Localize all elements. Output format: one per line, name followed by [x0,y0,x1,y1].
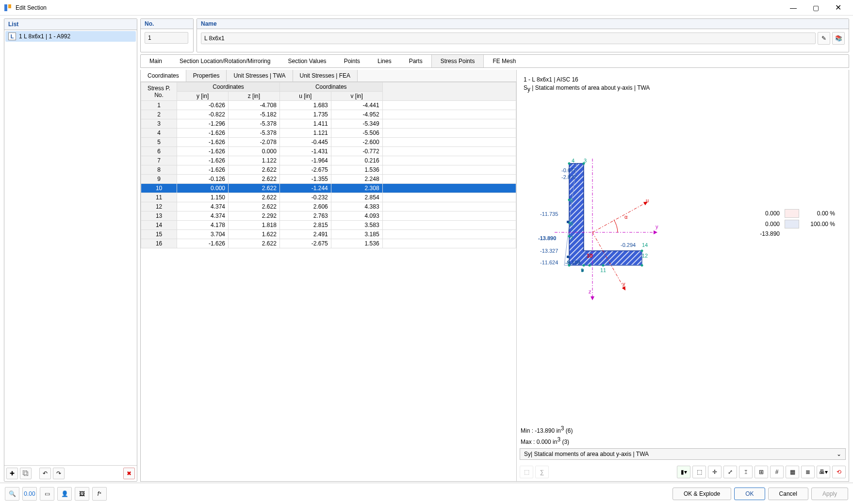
svg-point-18 [641,249,643,252]
axis-v-label: v [623,281,625,287]
units-button[interactable]: 0.00 [22,487,37,501]
function-button[interactable]: fˣ [92,487,107,501]
svg-rect-20 [567,256,569,258]
pt-label-4: 4 [572,158,574,163]
subtab-unit-twa[interactable]: Unit Stresses | TWA [227,70,293,81]
view-mode-2-button[interactable]: 👤 [57,487,72,501]
stress-points-button[interactable]: 𝙸 [739,466,753,478]
tab-main[interactable]: Main [141,55,171,67]
apply-button: Apply [811,488,848,500]
tab-location[interactable]: Section Location/Rotation/Mirroring [171,55,279,67]
subtab-coordinates[interactable]: Coordinates [141,70,186,81]
col-group-uv: Coordinates [279,82,382,92]
section-list[interactable]: L 1 L 8x6x1 | 1 - A992 [4,30,137,465]
table-row[interactable]: 5-1.626-2.078-0.445-2.600 [141,138,516,147]
col-stress-point-no: Stress P.No. [141,82,177,101]
tab-stress-points[interactable]: Stress Points [431,55,484,67]
table-row[interactable]: 7-1.6261.122-1.9640.216 [141,156,516,165]
tab-points[interactable]: Points [335,55,369,67]
table-row[interactable]: 134.3742.2922.7634.093 [141,211,516,221]
table-row[interactable]: 9-0.1262.622-1.3552.248 [141,175,516,184]
table-row[interactable]: 124.3742.6222.6064.383 [141,202,516,211]
numbering-button[interactable]: # [770,466,784,478]
picture-button[interactable]: 🖼 [75,487,89,501]
pv-button-2[interactable]: ∑ [535,466,549,478]
section-list-item[interactable]: L 1 L 8x6x1 | 1 - A992 [5,31,136,42]
ok-button[interactable]: OK [734,488,765,500]
ok-explode-button[interactable]: OK & Explode [673,488,731,500]
help-button[interactable]: 🔍 [5,487,19,501]
table-row[interactable]: 4-1.626-5.3781.121-5.506 [141,129,516,138]
table-row[interactable]: 111.1502.622-0.2322.854 [141,193,516,202]
axis-u-label: u [646,197,649,203]
preview-panel: 1 - L 8x6x1 | AISC 16 Sy | Statical mome… [517,70,849,481]
cancel-button[interactable]: Cancel [768,488,808,500]
tab-lines[interactable]: Lines [369,55,400,67]
coordinates-table[interactable]: Stress P.No. Coordinates Coordinates y [… [141,82,516,248]
svg-point-8 [568,162,571,164]
tab-values[interactable]: Section Values [279,55,335,67]
new-section-button[interactable]: ✚ [6,468,18,479]
stress-points-grid-panel: Coordinates Properties Unit Stresses | T… [141,70,517,481]
number-input[interactable] [145,32,188,44]
edit-name-button[interactable]: ✎ [818,32,830,45]
col-v: v [in] [331,92,382,101]
table-row[interactable]: 8-1.6262.622-2.6751.536 [141,165,516,175]
section-list-panel: List L 1 L 8x6x1 | 1 - A992 ✚ ⿻ ↶ ↷ ✖ [4,18,137,482]
chevron-down-icon: ⌄ [837,451,841,457]
tab-parts[interactable]: Parts [400,55,431,67]
pt-label-7: 7 [570,235,573,241]
table-row[interactable]: 144.1781.8182.8153.583 [141,221,516,230]
dimensions-button[interactable]: ⬚ [692,466,706,478]
col-group-yz: Coordinates [177,82,280,92]
angle-section-icon: L [8,33,16,40]
values-button[interactable]: ⊞ [755,466,768,478]
maximize-button[interactable]: ▢ [804,0,827,15]
subtab-unit-fea[interactable]: Unit Stresses | FEA [293,70,358,81]
copy-section-button[interactable]: ⿻ [20,468,32,479]
axis-y-label: y [656,224,658,229]
section-preview[interactable]: 4 3 -0.677 -2.872 5 -11.735 6 -13.890 7 … [521,96,845,477]
pt-label-9: 9 [581,267,584,273]
redo-button[interactable]: ↷ [53,468,65,479]
table-row[interactable]: 100.0002.622-1.2442.308 [141,184,516,193]
tab-fe-mesh[interactable]: FE Mesh [484,55,525,67]
axis-z-label: z [589,289,591,294]
sub-tabs: Coordinates Properties Unit Stresses | T… [141,70,516,82]
alpha-label: α [624,214,627,220]
number-box: No. [140,18,194,52]
val-0294: -0.294 [621,242,636,248]
library-button[interactable]: 📚 [832,32,845,45]
pv-button-1[interactable]: ⬚ [520,466,533,478]
table-row[interactable]: 16-1.6262.622-2.6751.536 [141,239,516,248]
reset-view-button[interactable]: ⟲ [832,466,846,478]
subtab-properties[interactable]: Properties [186,70,227,81]
grid-button[interactable]: ▦ [786,466,799,478]
name-input[interactable] [201,33,816,44]
color-scale-button[interactable]: ≣ [801,466,815,478]
delete-section-button[interactable]: ✖ [123,468,135,479]
title-bar: Edit Section — ▢ ✕ [0,0,853,16]
list-header: List [4,19,137,30]
minimize-button[interactable]: — [782,0,804,15]
section-list-item-label: 1 L 8x6x1 | 1 - A992 [19,33,70,40]
table-row[interactable]: 3-1.296-5.3781.411-5.349 [141,119,516,129]
pt-label-12: 12 [642,253,648,259]
local-axes-button[interactable]: ✛ [708,466,722,478]
table-row[interactable]: 2-0.822-5.1821.735-4.952 [141,110,516,119]
view-mode-1-button[interactable]: ▭ [40,487,54,501]
val-9109: -9.109 [565,260,580,265]
list-toolbar: ✚ ⿻ ↶ ↷ ✖ [4,465,137,481]
legend-swatch-upper [785,209,799,218]
pt-label-3: 3 [584,158,587,163]
table-row[interactable]: 153.7041.6222.4913.185 [141,230,516,239]
table-row[interactable]: 1-0.626-4.7081.683-4.441 [141,101,516,110]
result-property-combo[interactable]: Sy | Statical moments of area about y-ax… [520,448,846,460]
display-options-button[interactable]: ▮▾ [677,466,690,478]
table-row[interactable]: 6-1.6260.000-1.431-0.772 [141,147,516,156]
print-button[interactable]: 🖶▾ [817,466,830,478]
close-button[interactable]: ✕ [827,0,849,15]
principal-axes-button[interactable]: ⤢ [723,466,737,478]
undo-button[interactable]: ↶ [39,468,51,479]
svg-point-14 [583,264,585,266]
